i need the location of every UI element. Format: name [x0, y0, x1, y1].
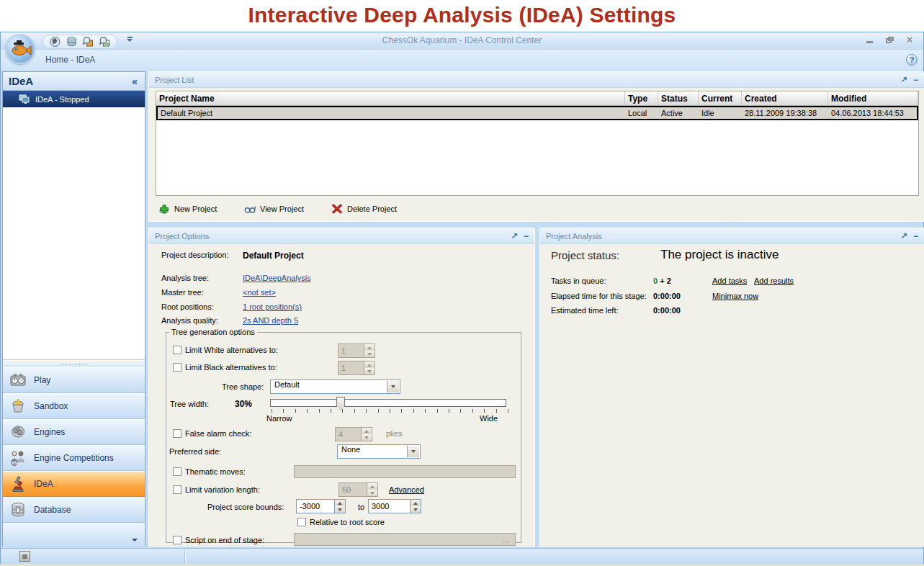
- script-field[interactable]: ...: [294, 533, 516, 546]
- thematic-moves-checkbox[interactable]: [173, 467, 181, 476]
- preferred-side-dropdown[interactable]: None: [337, 444, 421, 459]
- breadcrumb[interactable]: Home - IDeA: [45, 55, 95, 65]
- minimize-button[interactable]: [863, 34, 876, 45]
- table-row[interactable]: Default Project Local Active Idle 28.11.…: [156, 106, 918, 120]
- database-tool-icon[interactable]: [66, 36, 78, 48]
- limit-variation-spinner[interactable]: 50: [338, 482, 378, 497]
- limit-white-spinner[interactable]: 1: [338, 343, 375, 358]
- preferred-side-label: Preferred side:: [169, 447, 221, 456]
- nav-label: Sandbox: [34, 401, 68, 411]
- sidebar-item-database[interactable]: Database: [3, 497, 145, 523]
- limit-variation-checkbox[interactable]: [173, 485, 181, 494]
- project-table: Project Name Type Status Current Created…: [156, 91, 919, 196]
- tree-width-percent: 30%: [235, 399, 252, 409]
- toolbar-dropdown-icon[interactable]: [125, 37, 135, 45]
- sidebar-footer: [3, 523, 145, 547]
- browse-ellipsis-button[interactable]: ...: [499, 534, 513, 544]
- screenshot-root: Interactive Deep Analysis (IDeA) Setting…: [0, 0, 924, 566]
- quick-access-toolbar: Ab: [42, 35, 117, 49]
- sidebar: IDeA « IDeA - Stopped .........: [2, 71, 145, 547]
- globe-tool-icon[interactable]: [49, 36, 61, 48]
- ribbon-strip: [1, 50, 923, 71]
- expand-panel-icon[interactable]: ↗: [900, 76, 907, 84]
- minimize-panel-icon[interactable]: −: [913, 76, 918, 84]
- column-header[interactable]: Type: [625, 91, 658, 106]
- script-checkbox[interactable]: [173, 536, 181, 544]
- delete-project-button[interactable]: Delete Project: [331, 203, 397, 215]
- field-label: Analysis tree:: [161, 274, 209, 282]
- spin-up-icon: [411, 500, 421, 506]
- cell-status: Active: [658, 107, 699, 119]
- sidebar-item-label: IDeA - Stopped: [35, 95, 89, 104]
- minimize-panel-icon[interactable]: −: [913, 232, 918, 241]
- project-analysis-panel: Project Analysis ↗ − Project status: The…: [539, 228, 924, 547]
- panel-title: Project Analysis: [540, 232, 900, 241]
- app-menu-logo-icon[interactable]: [5, 34, 35, 64]
- analysis-quality-link[interactable]: 2s AND depth 5: [243, 316, 298, 325]
- spin-up-icon: [362, 428, 372, 434]
- new-project-button[interactable]: New Project: [158, 203, 217, 215]
- checkbox-label: Thematic moves:: [185, 467, 246, 476]
- chevron-down-icon[interactable]: [132, 539, 138, 542]
- view-project-button[interactable]: View Project: [244, 203, 304, 215]
- column-header[interactable]: Project Name: [156, 91, 625, 106]
- sidebar-item-engines[interactable]: Engines: [3, 419, 145, 445]
- minimize-panel-icon[interactable]: −: [524, 232, 529, 241]
- score-max-spinner[interactable]: 3000: [368, 499, 421, 513]
- add-tasks-link[interactable]: Add tasks: [712, 277, 747, 285]
- advanced-link[interactable]: Advanced: [389, 485, 424, 494]
- sidebar-item-idea-stopped[interactable]: IDeA - Stopped: [3, 91, 145, 107]
- spin-up-icon: [335, 500, 345, 506]
- field-label: Project description:: [161, 251, 229, 259]
- column-header[interactable]: Status: [658, 91, 699, 106]
- spin-down-icon: [411, 506, 421, 513]
- relative-root-checkbox[interactable]: [297, 518, 306, 526]
- field-label: Master tree:: [161, 288, 204, 297]
- score-min-spinner[interactable]: -3000: [296, 499, 346, 513]
- tree-shape-dropdown[interactable]: Default: [270, 379, 400, 394]
- minimax-now-link[interactable]: Minimax now: [712, 292, 758, 300]
- expand-panel-icon[interactable]: ↗: [511, 232, 518, 241]
- false-alarm-checkbox[interactable]: [173, 429, 181, 438]
- column-header[interactable]: Current: [699, 91, 742, 106]
- column-header[interactable]: Created: [742, 91, 828, 106]
- nav-label: Database: [34, 505, 71, 515]
- limit-white-checkbox[interactable]: [173, 346, 181, 354]
- column-header[interactable]: Modified: [828, 91, 918, 106]
- limit-black-spinner[interactable]: 1: [338, 361, 375, 375]
- sidebar-splitter-handle[interactable]: .........: [3, 359, 145, 367]
- tree-width-slider-track[interactable]: [270, 399, 506, 407]
- false-alarm-spinner[interactable]: 4: [335, 427, 372, 441]
- sidebar-item-engine-competitions[interactable]: VS Engine Competitions: [3, 445, 145, 471]
- root-positions-link[interactable]: 1 root position(s): [243, 302, 302, 311]
- sidebar-tree-area: [3, 107, 145, 359]
- master-tree-link[interactable]: <not set>: [243, 288, 276, 297]
- elapsed-label: Elapsed time for this stage:: [551, 292, 647, 300]
- close-button[interactable]: ×: [903, 34, 916, 45]
- collapse-chevron-icon[interactable]: «: [132, 76, 145, 87]
- spin-up-icon: [367, 483, 377, 490]
- script-checkbox-row: Script on end of stage:: [173, 536, 264, 544]
- help-icon[interactable]: ?: [906, 54, 918, 66]
- estimated-value: 0:00:00: [653, 306, 681, 315]
- thematic-moves-field[interactable]: [294, 465, 516, 478]
- checkbox-label: Limit Black alternatives to:: [185, 363, 277, 372]
- limit-black-checkbox[interactable]: [173, 363, 181, 372]
- add-results-link[interactable]: Add results: [754, 277, 794, 285]
- limit-black-checkbox-row: Limit Black alternatives to:: [173, 363, 277, 372]
- cell-modified: 04.06.2013 18:44:53: [828, 107, 917, 119]
- restore-button[interactable]: [883, 34, 896, 45]
- sidebar-item-play[interactable]: Play: [3, 367, 145, 393]
- status-grid-icon[interactable]: ▦: [19, 551, 30, 562]
- search-position-icon[interactable]: [82, 36, 94, 48]
- search-text-icon[interactable]: Ab: [99, 36, 111, 48]
- field-label: Analysis quality:: [161, 316, 218, 325]
- window-titlebar: ChessOk Aquarium - IDeA Control Center ×: [1, 32, 923, 50]
- sidebar-item-idea[interactable]: IDeA: [3, 471, 145, 497]
- checkbox-label: Limit variation length:: [185, 485, 260, 494]
- sidebar-item-sandbox[interactable]: Sandbox: [3, 393, 145, 419]
- expand-panel-icon[interactable]: ↗: [900, 232, 907, 241]
- competitions-icon: VS: [9, 449, 27, 467]
- analysis-tree-link[interactable]: IDeA\DeepAnalysis: [243, 274, 311, 282]
- project-status-label: Project status:: [551, 249, 619, 261]
